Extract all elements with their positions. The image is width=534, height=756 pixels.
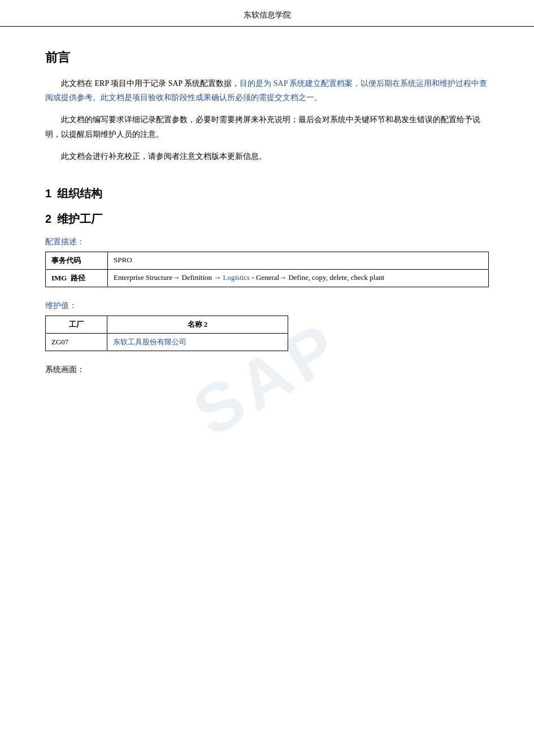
config-desc-label: 配置描述： — [45, 237, 489, 247]
section-1-heading: 1 组织结构 — [45, 186, 489, 201]
section-2: 2 维护工厂 配置描述： 事务代码 SPRO IMG 路径 — [45, 211, 489, 375]
config-table-row-1: 事务代码 SPRO — [46, 252, 489, 269]
preface-paragraph2: 此文档的编写要求详细记录配置参数，必要时需要拷屏来补充说明；最后会对系统中关键环… — [45, 113, 489, 141]
config-table-row-2: IMG 路径 Enterprise Structure→ Definition … — [46, 269, 489, 287]
section-2-heading: 2 维护工厂 — [45, 211, 489, 227]
section-1: 1 组织结构 — [45, 186, 489, 201]
value-table-header-row: 工厂 名称 2 — [46, 316, 288, 333]
config-row2-value: Enterprise Structure→ Definition → Logis… — [108, 269, 489, 287]
preface-paragraph3: 此文档会进行补充校正，请参阅者注意文档版本更新信息。 — [45, 149, 489, 163]
page-header: 东软信息学院 — [0, 0, 534, 27]
page-header-title: 东软信息学院 — [244, 11, 291, 19]
section-2-num: 2 — [45, 213, 51, 226]
value-row1-col2: 东软工具股份有限公司 — [107, 333, 288, 351]
system-screen-label: 系统画面： — [45, 365, 489, 375]
config-row1-label: 事务代码 — [46, 252, 108, 269]
preface-paragraph1: 此文档在 ERP 项目中用于记录 SAP 系统配置数据，目的是为 SAP 系统建… — [45, 76, 489, 105]
config-row2-label: IMG 路径 — [46, 269, 108, 287]
value-table-row-1: ZG07 东软工具股份有限公司 — [46, 333, 288, 351]
section-preface: 前言 此文档在 ERP 项目中用于记录 SAP 系统配置数据，目的是为 SAP … — [45, 49, 489, 163]
value-row1-col1: ZG07 — [46, 333, 107, 351]
img-path-text: Enterprise Structure→ Definition → Logis… — [114, 273, 384, 282]
value-table: 工厂 名称 2 ZG07 东软工具股份有限公司 — [45, 316, 288, 351]
config-row1-value: SPRO — [108, 252, 489, 269]
value-label: 维护值： — [45, 301, 489, 311]
section-2-title: 维护工厂 — [57, 211, 102, 227]
config-table: 事务代码 SPRO IMG 路径 Enterprise Structure→ D… — [45, 252, 489, 287]
section-1-num: 1 — [45, 187, 51, 200]
value-col2-header: 名称 2 — [107, 316, 288, 333]
preface-title: 前言 — [45, 49, 489, 66]
value-col1-header: 工厂 — [46, 316, 107, 333]
section-1-title: 组织结构 — [57, 186, 102, 201]
